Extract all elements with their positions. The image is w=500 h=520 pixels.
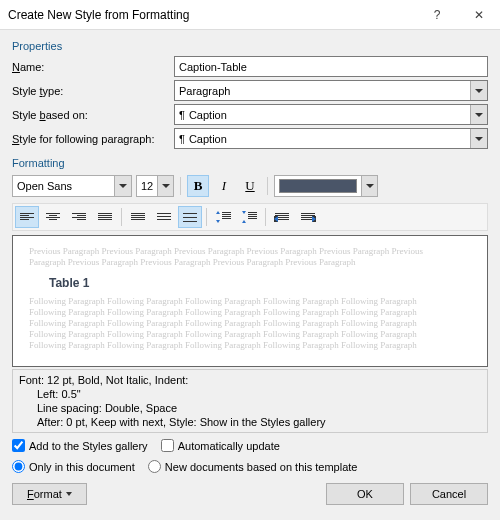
chevron-down-icon xyxy=(157,176,173,196)
align-right-button[interactable] xyxy=(67,206,91,228)
chevron-down-icon xyxy=(470,105,487,124)
font-color-combo[interactable] xyxy=(274,175,378,197)
color-swatch xyxy=(279,179,357,193)
bold-button[interactable]: B xyxy=(187,175,209,197)
preview-pane: Previous Paragraph Previous Paragraph Pr… xyxy=(12,235,488,367)
style-based-on-combo[interactable]: ¶Caption xyxy=(174,104,488,125)
add-to-gallery-checkbox[interactable]: Add to the Styles gallery xyxy=(12,439,148,452)
pilcrow-icon: ¶ xyxy=(179,109,185,121)
chevron-down-icon xyxy=(66,492,72,496)
chevron-down-icon xyxy=(470,81,487,100)
separator xyxy=(265,208,266,226)
increase-space-before-button[interactable] xyxy=(211,206,235,228)
italic-button[interactable]: I xyxy=(213,175,235,197)
formatting-section-title: Formatting xyxy=(12,157,488,169)
style-type-combo[interactable]: Paragraph xyxy=(174,80,488,101)
only-this-document-radio[interactable]: Only in this document xyxy=(12,460,135,473)
line-spacing-1-5-button[interactable] xyxy=(152,206,176,228)
align-justify-button[interactable] xyxy=(93,206,117,228)
name-input[interactable] xyxy=(174,56,488,77)
cancel-button[interactable]: Cancel xyxy=(410,483,488,505)
align-left-button[interactable] xyxy=(15,206,39,228)
underline-button[interactable]: U xyxy=(239,175,261,197)
separator xyxy=(180,177,181,195)
line-spacing-1-button[interactable] xyxy=(126,206,150,228)
style-description: Font: 12 pt, Bold, Not Italic, Indent: L… xyxy=(12,369,488,433)
name-label: Name: xyxy=(12,61,174,73)
decrease-space-before-button[interactable] xyxy=(237,206,261,228)
font-family-combo[interactable]: Open Sans xyxy=(12,175,132,197)
format-button[interactable]: Format xyxy=(12,483,87,505)
separator xyxy=(121,208,122,226)
style-type-label: Style type: xyxy=(12,85,174,97)
pilcrow-icon: ¶ xyxy=(179,133,185,145)
help-button[interactable]: ? xyxy=(416,0,458,30)
properties-section-title: Properties xyxy=(12,40,488,52)
chevron-down-icon xyxy=(361,176,377,196)
style-following-label: Style for following paragraph: xyxy=(12,133,174,145)
chevron-down-icon xyxy=(470,129,487,148)
preview-sample-text: Table 1 xyxy=(49,276,471,290)
close-button[interactable]: ✕ xyxy=(458,0,500,30)
style-following-combo[interactable]: ¶Caption xyxy=(174,128,488,149)
separator xyxy=(267,177,268,195)
paragraph-toolbar xyxy=(12,203,488,231)
auto-update-checkbox[interactable]: Automatically update xyxy=(161,439,280,452)
decrease-indent-button[interactable] xyxy=(270,206,294,228)
font-toolbar: Open Sans 12 B I U xyxy=(12,175,488,197)
increase-indent-button[interactable] xyxy=(296,206,320,228)
dialog-title: Create New Style from Formatting xyxy=(8,8,416,22)
ok-button[interactable]: OK xyxy=(326,483,404,505)
separator xyxy=(206,208,207,226)
align-center-button[interactable] xyxy=(41,206,65,228)
line-spacing-2-button[interactable] xyxy=(178,206,202,228)
style-based-on-label: Style based on: xyxy=(12,109,174,121)
font-size-combo[interactable]: 12 xyxy=(136,175,174,197)
new-documents-radio[interactable]: New documents based on this template xyxy=(148,460,358,473)
chevron-down-icon xyxy=(114,176,131,196)
titlebar: Create New Style from Formatting ? ✕ xyxy=(0,0,500,30)
